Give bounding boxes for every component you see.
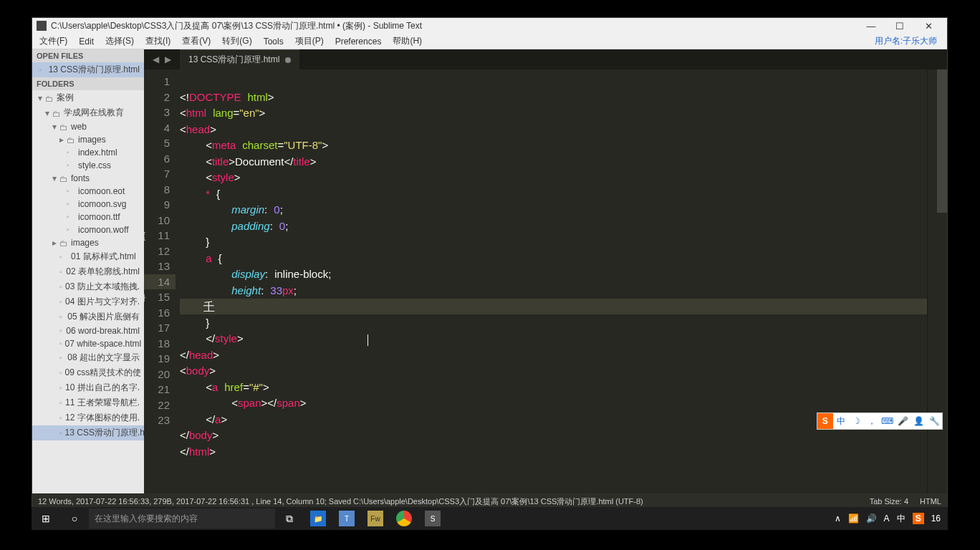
menu-help[interactable]: 帮助(H) [387, 34, 428, 49]
file-item[interactable]: ▫06 word-break.html [32, 324, 144, 337]
file-item[interactable]: ▫icomoon.ttf [32, 211, 144, 223]
ime-settings-icon[interactable]: 🔧 [926, 413, 942, 429]
sublime-icon: S [425, 511, 441, 526]
ime-person-icon[interactable]: 👤 [911, 413, 927, 429]
disclosure-icon: ▾ [52, 122, 59, 132]
tab[interactable]: 13 CSS滑动门原理.html [180, 49, 299, 69]
file-item-current[interactable]: ▫13 CSS滑动门原理.h [32, 425, 144, 440]
tab-label: 13 CSS滑动门原理.html [188, 54, 279, 66]
nav-forward-button[interactable]: ▶ [162, 54, 174, 64]
nav-back-button[interactable]: ◀ [150, 54, 162, 64]
menu-tools[interactable]: Tools [258, 35, 289, 48]
menu-project[interactable]: 项目(P) [289, 34, 330, 49]
start-button[interactable]: ⊞ [32, 507, 60, 530]
tray-network-icon[interactable]: 📶 [848, 513, 859, 524]
minimize-button[interactable]: — [857, 21, 885, 32]
file-icon: ▫ [59, 384, 62, 392]
file-icon: ▫ [59, 253, 68, 261]
taskbar-app[interactable]: Fw [361, 507, 390, 530]
ime-lang-button[interactable]: 中 [833, 413, 849, 429]
file-item[interactable]: ▫01 鼠标样式.html [32, 249, 144, 264]
file-icon: ▫ [67, 226, 75, 234]
tray-sogou-icon[interactable]: S [913, 513, 924, 524]
file-icon: ▫ [39, 66, 46, 74]
code-content[interactable]: <!DOCTYPE html> <html lang="en"> <head> … [176, 69, 927, 493]
folder-item[interactable]: ▾🗀fonts [32, 172, 144, 185]
folder-item[interactable]: ▸🗀images [32, 133, 144, 146]
file-icon: ▫ [67, 161, 75, 170]
sidebar: OPEN FILES ▫13 CSS滑动门原理.html FOLDERS ▾🗀案… [32, 49, 144, 493]
tray-clock[interactable]: 16 [931, 513, 941, 524]
status-tabsize[interactable]: Tab Size: 4 [870, 497, 908, 506]
chrome-icon [396, 511, 412, 526]
menu-file[interactable]: 文件(F) [34, 34, 73, 49]
taskbar-app[interactable]: T [332, 507, 361, 530]
tray-ime-zh-icon[interactable]: 中 [897, 513, 905, 525]
menu-select[interactable]: 选择(S) [100, 34, 140, 49]
tray-volume-icon[interactable]: 🔊 [866, 513, 877, 524]
tray-ime-a-icon[interactable]: A [884, 513, 890, 524]
file-icon: ▫ [59, 399, 62, 407]
ime-punct-button[interactable]: ， [864, 413, 880, 429]
tab-modified-icon [285, 57, 291, 63]
file-item[interactable]: ▫icomoon.woff [32, 223, 144, 236]
file-icon: ▫ [59, 369, 62, 377]
text-cursor [368, 334, 368, 346]
file-icon: ▫ [59, 429, 62, 438]
app-window: C:\Users\apple\Desktop\CSS3入门及提高 07\案例\1… [32, 17, 948, 508]
file-item[interactable]: ▫03 防止文本域拖拽. [32, 279, 144, 294]
taskbar-app[interactable] [390, 507, 418, 530]
file-item[interactable]: ▫02 表单轮廓线.html [32, 264, 144, 279]
file-item[interactable]: ▫index.html [32, 146, 144, 159]
titlebar[interactable]: C:\Users\apple\Desktop\CSS3入门及提高 07\案例\1… [32, 18, 947, 34]
system-tray: ∧ 📶 🔊 A 中 S 16 [835, 513, 948, 525]
window-title: C:\Users\apple\Desktop\CSS3入门及提高 07\案例\1… [51, 20, 857, 32]
line-gutter: 12345678910 {11121314 }15161718192021222… [144, 69, 176, 493]
file-item[interactable]: ▫05 解决图片底侧有 [32, 309, 144, 324]
file-item[interactable]: ▫11 王者荣耀导航栏. [32, 395, 144, 410]
file-item[interactable]: ▫09 css精灵技术的使 [32, 365, 144, 380]
menu-goto[interactable]: 转到(G) [216, 34, 257, 49]
menu-find[interactable]: 查找(I) [140, 34, 176, 49]
status-syntax[interactable]: HTML [920, 497, 941, 506]
status-left: 12 Words, 2017-07-22 16:56:33, 279B, 201… [38, 496, 858, 507]
folder-icon: 🗀 [59, 122, 68, 131]
file-item[interactable]: ▫style.css [32, 159, 144, 172]
file-item[interactable]: ▫07 white-space.html [32, 337, 144, 350]
folder-root[interactable]: ▾🗀案例 [32, 90, 144, 105]
taskbar-app[interactable]: S [418, 507, 447, 530]
taskbar-app[interactable]: 📁 [304, 507, 332, 530]
taskbar-search[interactable]: 在这里输入你要搜索的内容 [89, 508, 275, 529]
ime-moon-icon[interactable]: ☽ [849, 413, 865, 429]
ime-keyboard-icon[interactable]: ⌨ [880, 413, 895, 429]
file-item[interactable]: ▫04 图片与文字对齐. [32, 294, 144, 309]
vertical-scrollbar[interactable] [937, 69, 947, 213]
file-item[interactable]: ▫icomoon.svg [32, 198, 144, 211]
folder-item[interactable]: ▸🗀images [32, 236, 144, 249]
close-button[interactable]: ✕ [914, 21, 943, 32]
file-icon: ▫ [59, 327, 63, 335]
menu-edit[interactable]: Edit [73, 35, 100, 48]
ime-toolbar[interactable]: S 中 ☽ ， ⌨ 🎤 👤 🔧 [817, 412, 943, 430]
fireworks-icon: Fw [368, 511, 383, 526]
menu-preferences[interactable]: Preferences [330, 35, 388, 48]
folders-header: FOLDERS [32, 77, 144, 90]
file-item[interactable]: ▫08 超出的文字显示 [32, 350, 144, 365]
cortana-button[interactable]: ○ [60, 507, 89, 530]
code-editor[interactable]: 12345678910 {11121314 }15161718192021222… [144, 69, 947, 493]
disclosure-icon: ▸ [59, 135, 67, 145]
ime-mic-icon[interactable]: 🎤 [895, 413, 911, 429]
menu-view[interactable]: 查看(V) [176, 34, 216, 49]
maximize-button[interactable]: ☐ [885, 21, 914, 32]
ime-logo-icon[interactable]: S [817, 413, 833, 429]
folder-item[interactable]: ▾🗀web [32, 120, 144, 133]
file-item[interactable]: ▫12 字体图标的使用. [32, 410, 144, 425]
file-item[interactable]: ▫icomoon.eot [32, 185, 144, 198]
taskview-button[interactable]: ⧉ [275, 507, 304, 530]
tray-up-icon[interactable]: ∧ [835, 513, 841, 524]
disclosure-icon: ▸ [52, 238, 59, 248]
open-file-item[interactable]: ▫13 CSS滑动门原理.html [32, 62, 144, 77]
file-item[interactable]: ▫10 拼出自己的名字. [32, 380, 144, 395]
menubar: 文件(F) Edit 选择(S) 查找(I) 查看(V) 转到(G) Tools… [32, 34, 947, 49]
folder-item[interactable]: ▾🗀学成网在线教育 [32, 105, 144, 120]
